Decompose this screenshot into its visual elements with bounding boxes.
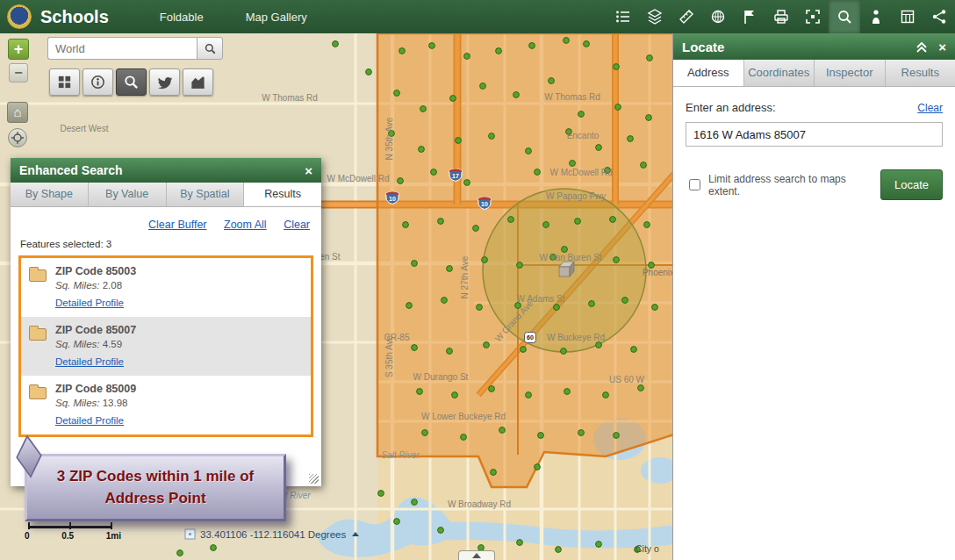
school-point[interactable] (521, 347, 527, 353)
school-point[interactable] (211, 545, 217, 551)
school-point[interactable] (447, 348, 453, 355)
school-point[interactable] (429, 43, 435, 49)
school-point[interactable] (450, 96, 456, 102)
clear-buffer-link[interactable]: Clear Buffer (148, 219, 206, 231)
identify-tool-button[interactable] (83, 68, 113, 96)
school-point[interactable] (529, 43, 535, 49)
school-point[interactable] (422, 430, 428, 436)
tab-by-spatial[interactable]: By Spatial (167, 183, 245, 206)
school-point[interactable] (570, 161, 576, 167)
school-point[interactable] (412, 261, 418, 267)
school-point[interactable] (554, 305, 560, 311)
tab-by-shape[interactable]: By Shape (11, 183, 89, 206)
search-tool-button[interactable] (116, 68, 147, 96)
layers-tool-button[interactable] (639, 0, 671, 33)
share-tool-button[interactable] (923, 0, 955, 33)
coordinate-display[interactable]: 33.401106 -112.116041 Degrees (184, 528, 359, 540)
school-point[interactable] (564, 389, 571, 395)
detailed-profile-link[interactable]: Detailed Profile (55, 356, 124, 367)
school-point[interactable] (431, 169, 437, 176)
locate-panel-header[interactable]: Locate × (673, 33, 955, 60)
school-point[interactable] (333, 41, 339, 47)
result-row-85009[interactable]: ZIP Code 85009 Sq. Miles: 13.98 Detailed… (21, 376, 311, 434)
school-point[interactable] (562, 247, 568, 253)
school-point[interactable] (419, 147, 425, 153)
streetview-tool-button[interactable] (860, 0, 892, 33)
grid-tool-button[interactable] (49, 68, 80, 96)
school-point[interactable] (482, 257, 488, 263)
zoom-out-button[interactable]: − (9, 63, 28, 83)
school-point[interactable] (491, 470, 497, 476)
school-point[interactable] (438, 528, 444, 534)
school-point[interactable] (496, 48, 502, 54)
legend-tool-button[interactable] (607, 0, 639, 33)
collapse-icon[interactable] (916, 40, 928, 53)
school-point[interactable] (442, 298, 448, 304)
school-point[interactable] (615, 104, 621, 111)
school-point[interactable] (464, 180, 470, 186)
school-point[interactable] (473, 226, 479, 232)
school-point[interactable] (614, 64, 620, 70)
school-point[interactable] (561, 348, 567, 355)
school-point[interactable] (526, 392, 532, 398)
locate-tool-button[interactable] (829, 0, 860, 33)
zoom-in-button[interactable]: + (8, 39, 29, 60)
school-point[interactable] (614, 257, 620, 263)
school-point[interactable] (538, 433, 544, 439)
detailed-profile-link[interactable]: Detailed Profile (55, 298, 124, 308)
school-point[interactable] (394, 519, 400, 525)
clear-address-link[interactable]: Clear (917, 102, 943, 114)
school-point[interactable] (438, 219, 444, 225)
tab-coordinates[interactable]: Coordinates (744, 60, 815, 86)
school-point[interactable] (647, 55, 653, 61)
school-point[interactable] (508, 217, 514, 223)
school-point[interactable] (489, 133, 495, 140)
school-point[interactable] (589, 301, 595, 307)
school-point[interactable] (549, 78, 555, 84)
school-point[interactable] (480, 83, 486, 90)
school-point[interactable] (499, 427, 506, 434)
school-point[interactable] (403, 222, 409, 228)
school-point[interactable] (596, 342, 602, 348)
tab-inspector[interactable]: Inspector (815, 60, 886, 86)
school-point[interactable] (584, 41, 590, 47)
school-point[interactable] (543, 222, 549, 228)
school-point[interactable] (399, 48, 406, 54)
geosearch-input[interactable] (47, 37, 197, 60)
school-point[interactable] (575, 219, 581, 225)
school-point[interactable] (556, 547, 562, 553)
school-point[interactable] (452, 392, 458, 398)
result-row-85003[interactable]: ZIP Code 85003 Sq. Miles: 2.08 Detailed … (21, 258, 311, 317)
tab-results[interactable]: Results (886, 60, 955, 86)
school-point[interactable] (366, 69, 372, 75)
school-point[interactable] (603, 392, 609, 398)
school-point[interactable] (513, 92, 520, 98)
home-extent-button[interactable]: ⌂ (7, 102, 28, 123)
school-point[interactable] (526, 148, 532, 154)
close-icon[interactable]: × (305, 164, 312, 177)
school-point[interactable] (517, 540, 523, 546)
draw-tool-button[interactable] (734, 0, 765, 33)
school-point[interactable] (447, 266, 453, 272)
coords-dropdown-caret[interactable] (352, 532, 359, 536)
extent-tool-button[interactable] (797, 0, 829, 33)
school-point[interactable] (646, 115, 652, 121)
school-point[interactable] (412, 345, 418, 351)
print-tool-button[interactable] (765, 0, 797, 33)
basemap-tool-button[interactable] (702, 0, 734, 33)
tab-by-value[interactable]: By Value (89, 183, 167, 206)
bottom-panel-tab[interactable] (458, 550, 495, 560)
school-point[interactable] (456, 138, 462, 144)
locate-button[interactable]: Locate (880, 169, 943, 200)
school-point[interactable] (398, 178, 404, 184)
school-point[interactable] (378, 491, 384, 497)
school-point[interactable] (177, 550, 183, 556)
school-point[interactable] (628, 136, 634, 142)
school-point[interactable] (596, 145, 602, 151)
school-point[interactable] (578, 430, 585, 436)
limit-extent-checkbox[interactable] (689, 179, 700, 190)
school-point[interactable] (489, 386, 495, 392)
geosearch-button[interactable] (197, 37, 223, 60)
school-point[interactable] (631, 347, 637, 353)
school-point[interactable] (638, 385, 644, 391)
